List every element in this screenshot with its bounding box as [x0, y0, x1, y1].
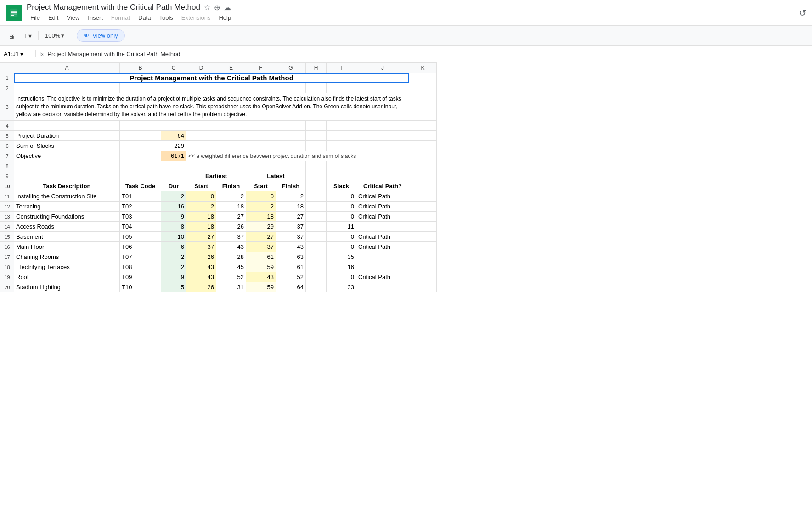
cell-h13[interactable]: [306, 212, 327, 222]
cell-d18[interactable]: 43: [186, 262, 216, 272]
cell-k9[interactable]: [409, 171, 437, 181]
cell-a6[interactable]: Sum of Slacks: [14, 141, 120, 151]
cell-a8[interactable]: [14, 161, 120, 171]
cell-j6[interactable]: [356, 141, 409, 151]
col-header-i[interactable]: I: [327, 63, 356, 73]
cell-d2[interactable]: [186, 83, 216, 93]
cell-c13[interactable]: 9: [161, 212, 186, 222]
cell-b19[interactable]: T09: [120, 272, 161, 282]
cell-k17[interactable]: [409, 252, 437, 262]
cell-i9[interactable]: [327, 171, 356, 181]
cloud-icon[interactable]: ☁: [224, 3, 231, 12]
cell-h16[interactable]: [306, 242, 327, 252]
cell-b6[interactable]: [120, 141, 161, 151]
cell-g14[interactable]: 37: [276, 222, 306, 232]
cell-c12[interactable]: 16: [161, 202, 186, 212]
menu-view[interactable]: View: [63, 13, 83, 22]
cell-g11[interactable]: 2: [276, 191, 306, 202]
cell-e13[interactable]: 27: [216, 212, 246, 222]
cell-k6[interactable]: [409, 141, 437, 151]
menu-tools[interactable]: Tools: [155, 13, 176, 22]
cell-g5[interactable]: [276, 131, 306, 141]
cell-f10[interactable]: Start: [246, 181, 276, 191]
cell-g20[interactable]: 64: [276, 282, 306, 292]
cell-d16[interactable]: 37: [186, 242, 216, 252]
cell-d17[interactable]: 26: [186, 252, 216, 262]
cell-e16[interactable]: 43: [216, 242, 246, 252]
cell-j5[interactable]: [356, 131, 409, 141]
col-header-f[interactable]: F: [246, 63, 276, 73]
menu-edit[interactable]: Edit: [45, 13, 62, 22]
cell-f11[interactable]: 0: [246, 191, 276, 202]
cell-a18[interactable]: Electrifying Terraces: [14, 262, 120, 272]
col-header-g[interactable]: G: [276, 63, 306, 73]
col-header-h[interactable]: H: [306, 63, 327, 73]
cell-a14[interactable]: Access Roads: [14, 222, 120, 232]
view-only-button[interactable]: 👁 View only: [77, 29, 124, 42]
cell-b11[interactable]: T01: [120, 191, 161, 202]
cell-f5[interactable]: [246, 131, 276, 141]
col-header-c[interactable]: C: [161, 63, 186, 73]
cell-f2[interactable]: [246, 83, 276, 93]
cell-k4[interactable]: [409, 121, 437, 131]
cell-f18[interactable]: 59: [246, 262, 276, 272]
cell-e2[interactable]: [216, 83, 246, 93]
menu-help[interactable]: Help: [215, 13, 235, 22]
cell-j19[interactable]: Critical Path: [356, 272, 409, 282]
cell-k11[interactable]: [409, 191, 437, 202]
cell-d15[interactable]: 27: [186, 232, 216, 242]
history-icon[interactable]: ↺: [799, 7, 806, 18]
cell-c5[interactable]: 64: [161, 131, 186, 141]
cell-k18[interactable]: [409, 262, 437, 272]
cell-b4[interactable]: [120, 121, 161, 131]
cell-h6[interactable]: [306, 141, 327, 151]
cell-b5[interactable]: [120, 131, 161, 141]
cell-g4[interactable]: [276, 121, 306, 131]
cell-e11[interactable]: 2: [216, 191, 246, 202]
col-header-b[interactable]: B: [120, 63, 161, 73]
cell-c16[interactable]: 6: [161, 242, 186, 252]
cell-e19[interactable]: 52: [216, 272, 246, 282]
cell-g19[interactable]: 52: [276, 272, 306, 282]
menu-format[interactable]: Format: [107, 13, 134, 22]
cell-b14[interactable]: T04: [120, 222, 161, 232]
cell-b15[interactable]: T05: [120, 232, 161, 242]
cell-a9[interactable]: [14, 171, 120, 181]
cell-f13[interactable]: 18: [246, 212, 276, 222]
cell-g8[interactable]: [276, 161, 306, 171]
cell-c14[interactable]: 8: [161, 222, 186, 232]
cell-b18[interactable]: T08: [120, 262, 161, 272]
cell-a13[interactable]: Constructing Foundations: [14, 212, 120, 222]
cell-j4[interactable]: [356, 121, 409, 131]
col-header-k[interactable]: K: [409, 63, 437, 73]
cell-a11[interactable]: Installing the Construction Site: [14, 191, 120, 202]
cell-k13[interactable]: [409, 212, 437, 222]
cell-c6[interactable]: 229: [161, 141, 186, 151]
cell-i14[interactable]: 11: [327, 222, 356, 232]
cell-k5[interactable]: [409, 131, 437, 141]
cell-j2[interactable]: [356, 83, 409, 93]
cell-i17[interactable]: 35: [327, 252, 356, 262]
cell-k15[interactable]: [409, 232, 437, 242]
cell-i8[interactable]: [327, 161, 356, 171]
cell-g17[interactable]: 63: [276, 252, 306, 262]
cell-d9-earliest[interactable]: Earliest: [186, 171, 246, 181]
cell-f12[interactable]: 2: [246, 202, 276, 212]
cell-b7[interactable]: [120, 151, 161, 161]
cell-f6[interactable]: [246, 141, 276, 151]
cell-i15[interactable]: 0: [327, 232, 356, 242]
cell-b10[interactable]: Task Code: [120, 181, 161, 191]
cell-i18[interactable]: 16: [327, 262, 356, 272]
cell-d7-objective-note[interactable]: << a weighted difference between project…: [186, 151, 409, 161]
cell-i19[interactable]: 0: [327, 272, 356, 282]
cell-e14[interactable]: 26: [216, 222, 246, 232]
cell-g6[interactable]: [276, 141, 306, 151]
cell-k14[interactable]: [409, 222, 437, 232]
cell-d4[interactable]: [186, 121, 216, 131]
cell-a7[interactable]: Objective: [14, 151, 120, 161]
cell-f8[interactable]: [246, 161, 276, 171]
cell-d19[interactable]: 43: [186, 272, 216, 282]
cell-h15[interactable]: [306, 232, 327, 242]
col-header-a[interactable]: A: [14, 63, 120, 73]
cell-h20[interactable]: [306, 282, 327, 292]
